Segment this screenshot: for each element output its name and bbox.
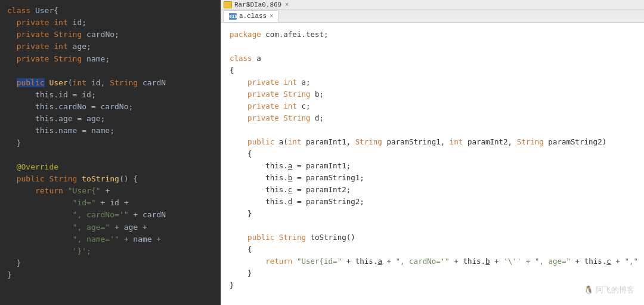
tab-bar-top-label: Rar$DIa0.869 — [234, 1, 281, 8]
left-panel: class User{ private int id; private Stri… — [0, 0, 221, 305]
watermark: 🐧 阿飞的博客 — [584, 284, 634, 297]
watermark-text: 阿飞的博客 — [596, 285, 634, 294]
tab-bar: 019 a.class × — [221, 10, 644, 22]
right-panel: Rar$DIa0.869 × 019 a.class × package com… — [221, 0, 644, 305]
right-code: package com.afei.test; class a { private… — [230, 29, 638, 291]
tab-close[interactable]: × — [270, 13, 273, 20]
tab-icon: 019 — [229, 13, 237, 20]
tab-bar-top-close[interactable]: × — [285, 2, 289, 8]
tab-bar-outer: Rar$DIa0.869 × 019 a.class × — [221, 0, 644, 23]
folder-icon — [224, 1, 232, 8]
watermark-icon: 🐧 — [584, 285, 593, 294]
tab-bar-top: Rar$DIa0.869 × — [221, 0, 644, 10]
left-code: class User{ private int id; private Stri… — [0, 5, 221, 281]
code-area: package com.afei.test; class a { private… — [221, 23, 644, 305]
main-container: class User{ private int id; private Stri… — [0, 0, 644, 305]
tab-label: a.class — [239, 13, 267, 20]
tab-a-class[interactable]: 019 a.class × — [224, 10, 278, 22]
